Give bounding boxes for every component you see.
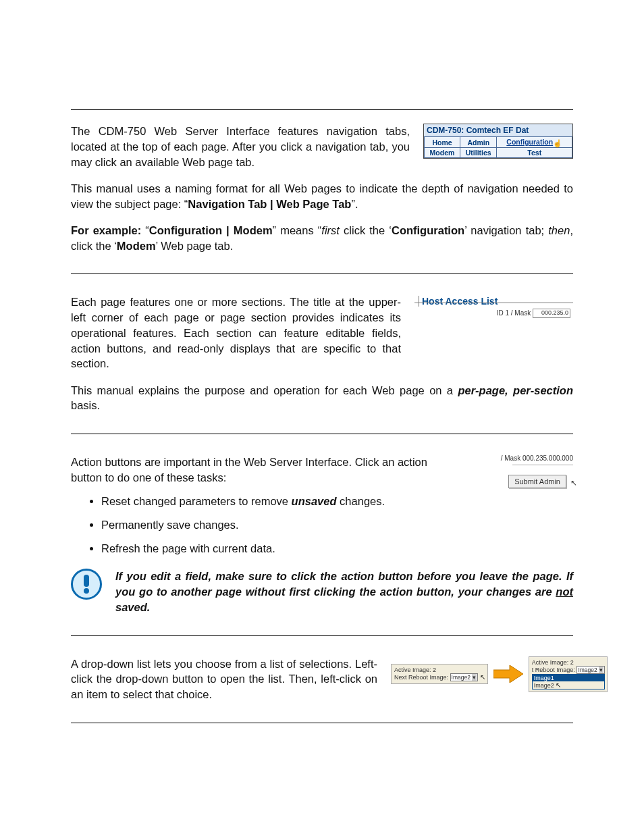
dropdown-open-state: Active Image: 2 t Reboot Image: Image2 ▾… <box>529 656 608 692</box>
navtabs-example: For example: “Configuration | Modem” mea… <box>71 223 573 254</box>
navtabs-figure: CDM-750: Comtech EF Dat Home Admin Confi… <box>423 124 573 159</box>
page-tab-test[interactable]: Test <box>497 148 572 158</box>
navtabs-intro: The CDM-750 Web Server Interface feature… <box>71 124 410 170</box>
caution-icon <box>71 569 102 600</box>
action-buttons-list: Reset changed parameters to remove unsav… <box>101 495 573 555</box>
action-buttons-intro: Action buttons are important in the Web … <box>71 454 458 486</box>
section-navigation-tabs: The CDM-750 Web Server Interface feature… <box>71 124 573 170</box>
reboot-image-select-open[interactable]: Image2 ▾ <box>576 666 605 674</box>
host-access-list-figure: Host Access List ID 1 / Mask 000.235.0 <box>414 294 573 318</box>
arrow-cursor-icon: ↖ <box>480 673 485 681</box>
navfig-title: CDM-750: Comtech EF Dat <box>424 124 572 136</box>
dropdowns-intro: A drop-down list lets you choose from a … <box>71 656 377 702</box>
page-sections-intro: Each page features one or more sections.… <box>71 294 401 371</box>
dropdown-option-image2[interactable]: Image2 ↖ <box>533 681 604 689</box>
svg-marker-0 <box>493 665 523 683</box>
dropdown-option-image1[interactable]: Image1 <box>533 675 604 681</box>
submit-admin-figure: / Mask 000.235.000.000 Submit Admin↖ <box>472 454 573 488</box>
reboot-image-select[interactable]: Image2 ▾ <box>450 673 479 681</box>
mask-readout: / Mask 000.235.000.000 <box>472 454 573 462</box>
navtabs-naming-format: This manual uses a naming format for all… <box>71 181 573 212</box>
nav-tab-configuration[interactable]: Configuration☝ <box>497 137 572 148</box>
page-tab-modem[interactable]: Modem <box>425 148 460 158</box>
page-tab-utilities[interactable]: Utilities <box>460 148 497 158</box>
caution-note: If you edit a field, make sure to click … <box>71 569 573 615</box>
arrow-cursor-icon: ↖ <box>556 681 561 689</box>
host-access-list-legend: Host Access List <box>419 296 500 307</box>
section-action-buttons: Action buttons are important in the Web … <box>71 454 573 488</box>
arrow-right-icon <box>493 665 523 683</box>
dropdown-options: Image1 Image2 ↖ <box>532 674 605 689</box>
page-sections-basis: This manual explains the purpose and ope… <box>71 383 573 414</box>
submit-admin-button[interactable]: Submit Admin <box>508 475 566 488</box>
nav-tab-admin[interactable]: Admin <box>460 137 497 148</box>
action-bullet-save: Permanently save changes. <box>101 519 573 531</box>
arrow-cursor-icon: ↖ <box>570 478 577 488</box>
hand-cursor-icon: ☝ <box>553 139 562 148</box>
caution-text: If you edit a field, make sure to click … <box>115 569 573 615</box>
section-page-sections: Each page features one or more sections.… <box>71 294 573 371</box>
mask-input[interactable]: 000.235.0 <box>533 309 570 318</box>
dropdown-closed-state: Active Image: 2 Next Reboot Image: Image… <box>391 664 488 684</box>
section-dropdowns: A drop-down list lets you choose from a … <box>71 656 573 702</box>
nav-tab-home[interactable]: Home <box>425 137 460 148</box>
action-bullet-refresh: Refresh the page with current data. <box>101 542 573 555</box>
dropdown-figure: Active Image: 2 Next Reboot Image: Image… <box>391 656 573 692</box>
action-bullet-reset: Reset changed parameters to remove unsav… <box>101 495 573 508</box>
